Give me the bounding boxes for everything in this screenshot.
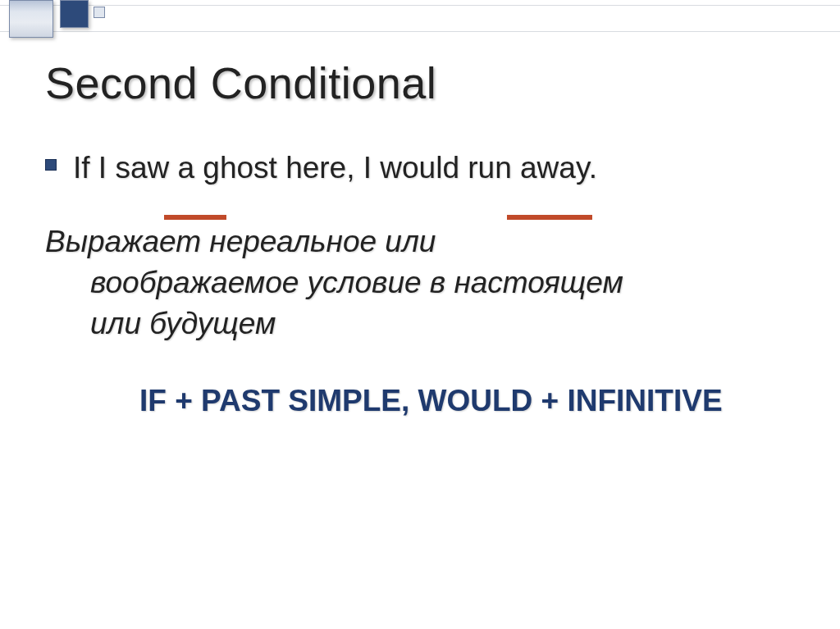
square-large [9, 0, 53, 38]
corner-decoration [0, 0, 139, 39]
formula-row: IF + PAST SIMPLE, WOULD + INFINITIVE [139, 384, 807, 418]
explanation-block: Выражает нереальное или воображаемое усл… [45, 221, 807, 344]
example-text: If I saw a ghost here, I would run away. [73, 148, 597, 189]
square-medium [60, 0, 89, 28]
slide-title: Second Conditional [45, 57, 807, 108]
bullet-icon [45, 159, 57, 171]
explanation-line-1: Выражает нереальное или [45, 221, 807, 262]
underline-would [507, 215, 592, 220]
slide-content: Second Conditional If I saw a ghost here… [45, 57, 807, 418]
explanation-line-3: или будущем [45, 303, 807, 344]
explanation-line-2: воображаемое условие в настоящем [45, 262, 807, 303]
example-row: If I saw a ghost here, I would run away. [45, 148, 807, 189]
square-small [94, 7, 105, 18]
slide-body: If I saw a ghost here, I would run away.… [45, 148, 807, 418]
underline-saw [164, 215, 226, 220]
formula-text: IF + PAST SIMPLE, WOULD + INFINITIVE [139, 384, 723, 417]
